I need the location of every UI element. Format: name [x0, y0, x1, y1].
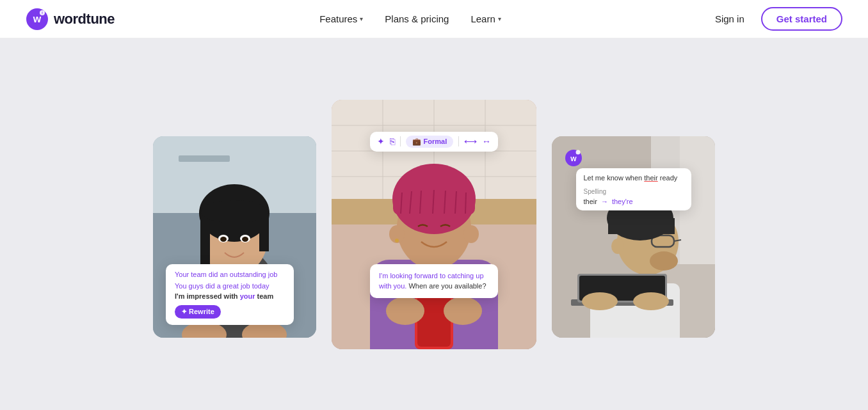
nav-plans-label: Plans & pricing — [385, 13, 449, 24]
nav-learn-label: Learn — [470, 13, 495, 24]
main-content: Your team did an outstanding job You guy… — [0, 38, 868, 410]
svg-point-49 — [444, 297, 482, 325]
svg-line-42 — [465, 193, 466, 214]
svg-point-70 — [576, 150, 581, 155]
svg-point-18 — [242, 237, 248, 242]
copy-icon: ⎘ — [390, 136, 395, 146]
features-chevron-icon: ▾ — [360, 15, 363, 22]
svg-rect-47 — [417, 294, 451, 347]
cards-container: Your team did an outstanding job You guy… — [82, 100, 786, 349]
formal-label: Formal — [424, 138, 447, 145]
card-center: ✦ ⎘ 💼 Formal ⟷ ↔ I'm looking forward to … — [332, 100, 536, 349]
briefcase-icon: 💼 — [412, 138, 421, 146]
svg-point-17 — [220, 237, 227, 242]
nav-menu: Features ▾ Plans & pricing Learn ▾ — [310, 8, 510, 29]
contract-icon: ↔ — [482, 136, 491, 146]
svg-point-67 — [633, 292, 669, 310]
nav-actions: Sign in Get started — [706, 7, 842, 31]
wrong-word: their — [584, 198, 597, 205]
tone-toolbar-overlay: ✦ ⎘ 💼 Formal ⟷ ↔ — [370, 132, 498, 152]
spelling-label: Spelling — [584, 188, 684, 195]
card-right-photo: w Let me know when their ready Spelling … — [552, 136, 715, 338]
logo[interactable]: w wordtune — [26, 8, 115, 31]
toolbar-divider — [400, 136, 401, 146]
nav-learn[interactable]: Learn ▾ — [462, 8, 510, 29]
svg-text:w: w — [570, 154, 577, 163]
sentence-with-error: Let me know when their ready — [584, 173, 684, 183]
nav-features[interactable]: Features ▾ — [310, 8, 372, 29]
correct-word: they're — [612, 198, 633, 205]
svg-point-66 — [582, 292, 618, 310]
svg-point-14 — [201, 200, 268, 223]
suggestion-2: I'm impressed with your team — [175, 292, 285, 300]
arrow-icon: → — [601, 198, 608, 205]
suggestion-1: You guys did a great job today — [175, 282, 285, 290]
navbar: w wordtune Features ▾ Plans & pricing Le… — [0, 0, 868, 38]
rewrite-overlay: Your team did an outstanding job You guy… — [166, 264, 294, 325]
expand-icon: ⟷ — [464, 136, 477, 146]
learn-chevron-icon: ▾ — [498, 15, 501, 22]
svg-point-61 — [650, 251, 678, 271]
card-left: Your team did an outstanding job You guy… — [153, 136, 316, 338]
get-started-button[interactable]: Get started — [761, 7, 842, 31]
rewrite-button[interactable]: ✦ Rewrite — [175, 305, 221, 319]
svg-rect-6 — [179, 155, 230, 162]
svg-rect-13 — [259, 213, 269, 251]
card-right: w Let me know when their ready Spelling … — [552, 136, 715, 338]
svg-rect-60 — [608, 218, 675, 234]
svg-point-48 — [386, 297, 424, 325]
svg-point-62 — [611, 239, 624, 254]
spelling-correction: their → they're — [584, 198, 684, 205]
wordtune-badge: w — [565, 149, 583, 167]
svg-rect-12 — [200, 213, 210, 264]
nav-plans[interactable]: Plans & pricing — [376, 8, 458, 29]
logo-text: wordtune — [54, 11, 115, 28]
svg-point-44 — [463, 225, 479, 243]
rewritten-text: I'm looking forward to catching up with … — [379, 271, 489, 292]
toolbar-divider-2 — [458, 136, 459, 146]
svg-point-45 — [395, 239, 399, 242]
nav-features-label: Features — [319, 13, 357, 24]
sign-in-button[interactable]: Sign in — [706, 8, 753, 29]
card-left-photo: Your team did an outstanding job You guy… — [153, 136, 316, 338]
original-text: Your team did an outstanding job — [175, 271, 285, 278]
svg-text:w: w — [33, 13, 42, 24]
sparkle-icon: ✦ — [377, 136, 385, 146]
formal-tone-badge[interactable]: 💼 Formal — [406, 136, 454, 148]
text-overlay: I'm looking forward to catching up with … — [370, 264, 498, 298]
spelling-overlay: Let me know when their ready Spelling th… — [576, 168, 691, 210]
wordtune-logo-icon: w — [26, 8, 49, 31]
card-center-photo: ✦ ⎘ 💼 Formal ⟷ ↔ I'm looking forward to … — [332, 100, 536, 349]
